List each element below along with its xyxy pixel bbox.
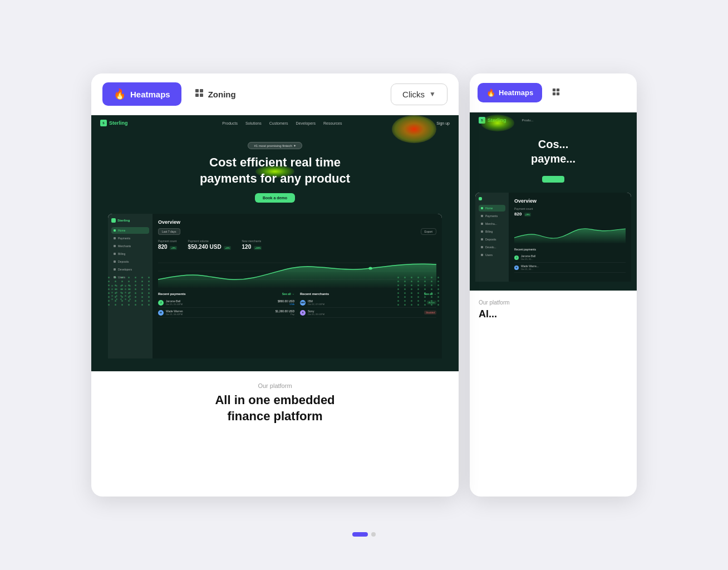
side-logo-icon: S (479, 117, 485, 124)
logo-icon: S (100, 120, 107, 126)
nav-customers: Customers (269, 121, 288, 125)
side-payment-item-2: W Wade Warre... Oct 21, 04... (514, 263, 626, 273)
side-mockup-dashboard: Home Payments Mercha... Billing (475, 193, 631, 282)
svg-rect-2 (195, 94, 199, 97)
side-dash-nav-merchants: Mercha... (479, 220, 505, 227)
logo-text: Sterling (109, 120, 128, 126)
side-heatmaps-button[interactable]: 🔥 Heatmaps (478, 83, 542, 102)
side-dash-metrics: Payment count 820 +9% (514, 207, 626, 217)
metric-new-merchants: New merchants 120 +38% (242, 239, 262, 250)
metric-payment-count: Payment count 820 +9% (158, 239, 177, 250)
dash-filter-row: Last 7 days Export (158, 228, 436, 235)
svg-rect-8 (553, 89, 555, 91)
side-grid-icon (552, 88, 560, 97)
pagination (352, 532, 376, 537)
nav-products: Products (222, 121, 238, 125)
side-mockup-nav: S Sterling Produ... (470, 112, 637, 128)
dash-chart (158, 254, 436, 288)
mockup-dashboard: Sterling Home Payments Merchants (108, 214, 442, 358)
side-platform-title: Al... (479, 308, 628, 321)
side-card-bottom: Our platform Al... (470, 291, 637, 330)
nav-solutions: Solutions (245, 121, 262, 125)
side-mockup-hero: Cos...payme... (470, 128, 637, 188)
side-fire-icon: 🔥 (486, 89, 495, 97)
heatmaps-button[interactable]: 🔥 Heatmaps (102, 82, 181, 106)
zoning-label: Zoning (208, 90, 236, 99)
clicks-dropdown[interactable]: Clicks ▼ (391, 83, 447, 105)
svg-point-7 (368, 267, 372, 270)
side-dash-nav-deposits: Deposits (479, 236, 505, 243)
side-mockup: S Sterling Produ... Cos...payme... (470, 112, 637, 291)
side-payment-item-1: J Jerome Bell Oct 25, 01... (514, 253, 626, 263)
payment-item-2: W Wade Warren Oct 21, 04:42PM $1,260.00 … (158, 308, 294, 318)
toolbar: 🔥 Heatmaps Zoning Clicks ▼ (91, 73, 459, 115)
side-card: 🔥 Heatmaps (470, 73, 637, 497)
mockup-nav: S Sterling Products Solutions Customers … (91, 115, 459, 131)
dash-nav-developers[interactable]: Developers (111, 266, 149, 273)
side-dash-logo (479, 197, 505, 200)
main-card: 🔥 Heatmaps Zoning Clicks ▼ (91, 73, 459, 497)
merchant-avatar-1: IBM (300, 300, 306, 306)
merchant-avatar-2: S (300, 310, 306, 316)
svg-rect-11 (557, 92, 559, 95)
side-heatmaps-label: Heatmaps (499, 89, 533, 97)
side-dash-main: Overview Payment count 820 +9% (509, 193, 631, 282)
side-dash-nav-payments: Payments (479, 213, 505, 219)
side-nav-products: Produ... (522, 119, 534, 122)
svg-rect-3 (200, 94, 203, 97)
payment-item-1: J Jerome Bell Oct 25, 01:10PM $860.00 US… (158, 298, 294, 308)
mockup-hero-title: Cost efficient real time payments for an… (200, 155, 350, 186)
side-mockup-logo: S Sterling (479, 117, 506, 124)
dots-pattern-left (108, 277, 153, 343)
side-recent-payments: Recent payments J Jerome Bell Oct 25, 01… (514, 248, 626, 273)
dash-metrics: Payment count 820 +9% Payment volume $50… (158, 239, 436, 250)
chevron-down-icon: ▼ (429, 90, 436, 98)
scene: 🔥 Heatmaps Zoning Clicks ▼ (0, 0, 728, 570)
nav-signup: Sign up (436, 121, 450, 125)
dash-nav-billing[interactable]: Billing (111, 250, 149, 257)
website-mockup: S Sterling Products Solutions Customers … (91, 115, 459, 371)
zoning-button[interactable]: Zoning (186, 83, 245, 105)
dash-nav-deposits[interactable]: Deposits (111, 258, 149, 265)
side-dash-nav-users: Users (479, 252, 505, 258)
dash-filter-btn[interactable]: Last 7 days (158, 228, 180, 235)
svg-rect-9 (557, 89, 559, 91)
recent-payments-section: Recent payments See all → J Jerome Bell … (158, 292, 294, 318)
dash-recents: Recent payments See all → J Jerome Bell … (158, 292, 436, 318)
dash-nav-home[interactable]: Home (111, 227, 149, 234)
mockup-hero: #1 most promising fintech ✦ Cost efficie… (91, 131, 459, 208)
side-platform-label: Our platform (479, 299, 628, 306)
nav-resources: Resources (323, 121, 342, 125)
fire-icon: 🔥 (114, 88, 126, 100)
platform-title: All in one embedded finance platform (102, 392, 447, 424)
side-toolbar: 🔥 Heatmaps (470, 73, 637, 112)
svg-rect-0 (195, 89, 199, 92)
clicks-label: Clicks (402, 90, 425, 99)
side-dash-nav-home: Home (479, 205, 505, 212)
payment-avatar-2: W (158, 310, 164, 316)
side-dash-nav-devs: Develo... (479, 244, 505, 250)
mockup-nav-links: Products Solutions Customers Developers … (139, 121, 426, 125)
heatmaps-label: Heatmaps (130, 90, 170, 99)
dots-pattern-right (397, 277, 442, 343)
dash-export-btn[interactable]: Export (421, 228, 436, 235)
platform-label: Our platform (102, 382, 447, 389)
side-dash-chart (514, 221, 626, 243)
preview-area: S Sterling Products Solutions Customers … (91, 115, 459, 435)
side-logo-text: Sterling (488, 117, 506, 123)
mockup-badge: #1 most promising fintech ✦ (248, 142, 302, 149)
dash-nav-merchants[interactable]: Merchants (111, 243, 149, 249)
side-hero-title: Cos...payme... (531, 137, 575, 166)
page-dot-inactive[interactable] (371, 532, 376, 537)
metric-payment-volume: Payment volume $50,240 USD +6% (188, 239, 231, 250)
dash-logo: Sterling (111, 218, 149, 223)
payment-avatar-1: J (158, 300, 164, 306)
side-cta-button (542, 176, 564, 183)
mockup-cta-button[interactable]: Book a demo (255, 193, 295, 203)
dash-nav-payments[interactable]: Payments (111, 235, 149, 242)
side-zoning-button[interactable] (547, 82, 565, 103)
grid-icon (195, 89, 204, 100)
side-dash-nav-billing: Billing (479, 228, 505, 235)
dash-overview-title: Overview (158, 219, 436, 225)
page-dot-active[interactable] (352, 532, 368, 537)
